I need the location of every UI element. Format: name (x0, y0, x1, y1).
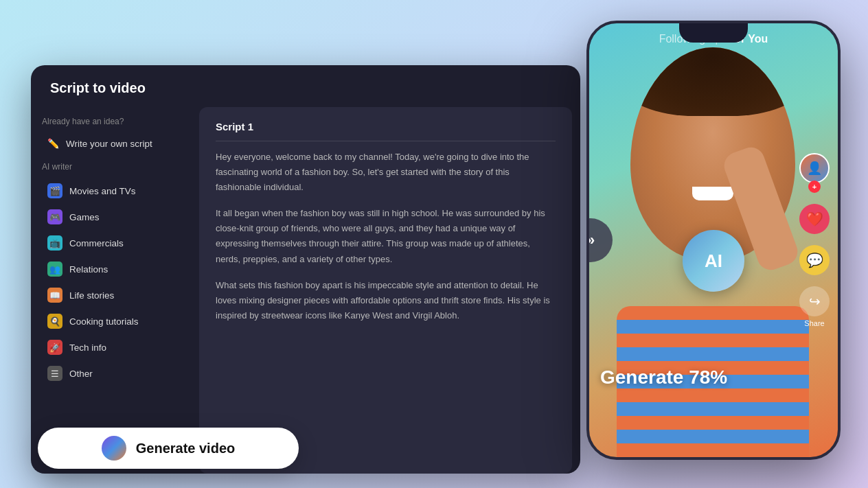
write-own-label: Write your own script (66, 139, 152, 149)
movies-label: Movies and TVs (69, 186, 136, 196)
phone-side-actions: 👤 + ❤️ 💬 ↪ Share (799, 153, 830, 327)
generate-btn-orb (102, 436, 126, 461)
action-heart[interactable]: ❤️ (799, 204, 830, 234)
heart-icon: ❤️ (799, 204, 830, 234)
ai-circle: AI (683, 230, 744, 292)
phone-screen: Following | For You AI Generate 78% 👤 + … (589, 23, 838, 457)
ai-label: AI (705, 251, 722, 272)
avatar-circle: 👤 (799, 153, 830, 183)
follow-plus-badge: + (808, 181, 821, 193)
script-para-2: It all began when the fashion boy was st… (216, 206, 556, 266)
app-body: Already have an idea? ✏️ Write your own … (31, 107, 580, 474)
pencil-icon: ✏️ (47, 138, 59, 149)
sidebar-item-tech[interactable]: 🚀 Tech info (42, 335, 188, 360)
sidebar: Already have an idea? ✏️ Write your own … (31, 107, 199, 474)
script-para-1: Hey everyone, welcome back to my channel… (216, 150, 556, 195)
relations-icon: 👥 (47, 262, 62, 277)
generate-percentage: Generate 78% (600, 367, 727, 388)
sidebar-item-games[interactable]: 🎮 Games (42, 205, 188, 229)
tech-icon: 🚀 (47, 340, 62, 355)
action-share[interactable]: ↪ Share (799, 286, 830, 327)
games-label: Games (69, 212, 100, 222)
generate-video-button[interactable]: Generate video (38, 428, 299, 469)
comment-icon: 💬 (799, 245, 830, 275)
commercials-icon: 📺 (47, 235, 62, 251)
games-icon: 🎮 (47, 209, 62, 224)
script-title: Script 1 (216, 121, 556, 141)
cooking-label: Cooking tutorials (69, 316, 139, 327)
life-stories-icon: 📖 (47, 288, 62, 303)
already-idea-label: Already have an idea? (42, 117, 188, 126)
script-area: Script 1 Hey everyone, welcome back to m… (199, 107, 572, 474)
face-teeth (692, 187, 733, 200)
phone-notch (679, 23, 748, 43)
sidebar-item-relations[interactable]: 👥 Relations (42, 257, 188, 281)
next-arrow-icon: » (586, 231, 595, 249)
relations-label: Relations (69, 264, 108, 275)
app-title: Script to video (31, 65, 580, 107)
cooking-icon: 🍳 (47, 314, 62, 329)
generate-btn-label: Generate video (136, 441, 236, 456)
ai-writer-label: AI writer (42, 162, 188, 172)
sidebar-item-movies[interactable]: 🎬 Movies and TVs (42, 178, 188, 203)
script-para-3: What sets this fashion boy apart is his … (216, 278, 556, 323)
sidebar-item-write-own[interactable]: ✏️ Write your own script (42, 133, 188, 154)
sidebar-item-other[interactable]: ☰ Other (42, 361, 188, 386)
share-label: Share (804, 319, 824, 327)
tech-label: Tech info (69, 342, 106, 353)
other-icon: ☰ (47, 366, 62, 381)
life-stories-label: Life stories (69, 290, 114, 301)
phone-mockup: Following | For You AI Generate 78% 👤 + … (586, 21, 841, 460)
commercials-label: Commercials (69, 238, 124, 248)
action-comment[interactable]: 💬 (799, 245, 830, 275)
sidebar-item-cooking[interactable]: 🍳 Cooking tutorials (42, 309, 188, 334)
movies-icon: 🎬 (47, 183, 62, 198)
action-avatar[interactable]: 👤 + (799, 153, 830, 193)
sidebar-item-life-stories[interactable]: 📖 Life stories (42, 283, 188, 307)
sidebar-item-commercials[interactable]: 📺 Commercials (42, 231, 188, 255)
other-label: Other (69, 369, 93, 379)
app-card: Script to video Already have an idea? ✏️… (31, 65, 580, 474)
share-icon: ↪ (799, 286, 830, 316)
script-body: Hey everyone, welcome back to my channel… (216, 150, 556, 460)
face-hair (630, 47, 795, 116)
